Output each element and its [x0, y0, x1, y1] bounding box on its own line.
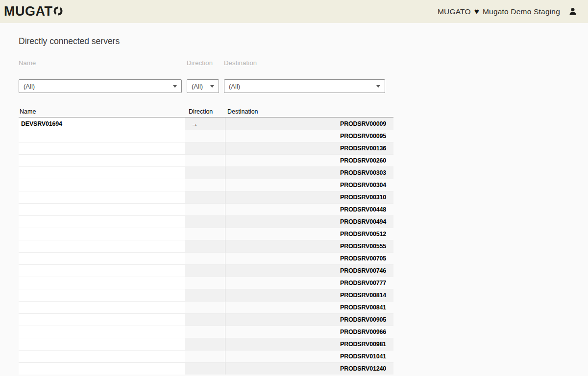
- direction-filter-select[interactable]: (All): [187, 79, 219, 93]
- cell-destination: PRODSRV00705: [225, 252, 393, 264]
- cell-destination: PRODSRV00303: [225, 166, 393, 179]
- cell-destination: PRODSRV00814: [225, 289, 393, 301]
- cell-direction: [185, 130, 225, 142]
- table-row: PRODSRV00448: [19, 203, 393, 215]
- cell-name: [19, 166, 185, 179]
- cell-destination: PRODSRV00777: [225, 277, 393, 289]
- cell-name: [19, 130, 185, 142]
- table-row: PRODSRV00304: [19, 179, 393, 191]
- table-row: PRODSRV00841: [19, 301, 393, 313]
- table-row: PRODSRV00814: [19, 289, 393, 301]
- table-row: PRODSRV01240: [19, 362, 393, 375]
- cell-name: [19, 252, 185, 264]
- cell-destination: PRODSRV00841: [225, 301, 393, 313]
- cell-name: [19, 228, 185, 240]
- app-header: MUGAT MUGATO ♥ Mugato Demo Staging: [0, 0, 588, 23]
- cell-destination: PRODSRV01240: [225, 362, 393, 375]
- table-row: PRODSRV00303: [19, 166, 393, 179]
- table-row: PRODSRV00095: [19, 130, 393, 142]
- cell-name: [19, 338, 185, 350]
- cell-destination: PRODSRV00009: [225, 118, 393, 130]
- table-row: PRODSRV00905: [19, 313, 393, 326]
- cell-direction: [185, 362, 225, 375]
- cell-direction: [185, 215, 225, 228]
- cell-destination: PRODSRV00512: [225, 228, 393, 240]
- cell-name: [19, 362, 185, 375]
- cell-name: [19, 215, 185, 228]
- cell-destination: PRODSRV00448: [225, 203, 393, 215]
- table-row: PRODSRV00310: [19, 191, 393, 203]
- cell-name: [19, 289, 185, 301]
- cell-destination: PRODSRV00746: [225, 264, 393, 277]
- environment-brand: MUGATO: [438, 7, 471, 16]
- destination-filter-select[interactable]: (All): [224, 79, 385, 93]
- cell-destination: PRODSRV00555: [225, 240, 393, 252]
- cell-direction: [185, 350, 225, 362]
- table-row: PRODSRV00746: [19, 264, 393, 277]
- name-filter-select[interactable]: (All): [19, 79, 182, 93]
- table-row: DEVSRV01694 → PRODSRV00009: [19, 118, 393, 130]
- table-body: DEVSRV01694 → PRODSRV00009 PRODSRV00095 …: [19, 118, 393, 375]
- column-header-name: Name: [19, 108, 185, 117]
- column-header-direction: Direction: [185, 108, 225, 117]
- cell-direction: [185, 179, 225, 191]
- cell-name: [19, 191, 185, 203]
- environment-label: MUGATO ♥ Mugato Demo Staging: [438, 7, 560, 16]
- cell-direction: [185, 326, 225, 338]
- column-header-destination: Destination: [225, 108, 393, 117]
- chevron-down-icon: [173, 85, 177, 88]
- cell-direction: [185, 154, 225, 166]
- name-filter-value: (All): [24, 83, 35, 90]
- chevron-down-icon: [210, 85, 214, 88]
- cell-destination: PRODSRV00981: [225, 338, 393, 350]
- cell-name: [19, 203, 185, 215]
- cell-destination: PRODSRV01041: [225, 350, 393, 362]
- cell-name: [19, 264, 185, 277]
- environment-name: Mugato Demo Staging: [483, 7, 560, 16]
- destination-filter-label: Destination: [224, 59, 385, 67]
- cell-name: [19, 142, 185, 154]
- page-title: Directly connected servers: [19, 23, 588, 47]
- cell-name: [19, 240, 185, 252]
- person-icon[interactable]: [567, 6, 578, 17]
- cell-destination: PRODSRV00095: [225, 130, 393, 142]
- cell-destination: PRODSRV00494: [225, 215, 393, 228]
- table-row: PRODSRV00260: [19, 154, 393, 166]
- cell-name: DEVSRV01694: [19, 118, 185, 130]
- destination-filter-value: (All): [229, 83, 240, 90]
- table-row: PRODSRV00494: [19, 215, 393, 228]
- logo-text: MUGAT: [4, 4, 52, 19]
- direction-filter-label: Direction: [187, 59, 219, 67]
- heart-icon: ♥: [474, 7, 479, 16]
- table-row: PRODSRV00705: [19, 252, 393, 264]
- table-row: PRODSRV00966: [19, 326, 393, 338]
- servers-table: Name Direction Destination DEVSRV01694 →…: [19, 108, 393, 375]
- cell-direction: [185, 313, 225, 326]
- cell-direction: [185, 277, 225, 289]
- cell-name: [19, 350, 185, 362]
- table-row: PRODSRV00512: [19, 228, 393, 240]
- cell-name: [19, 313, 185, 326]
- cell-direction: [185, 142, 225, 154]
- cell-direction: [185, 338, 225, 350]
- logo-o-icon: [53, 6, 63, 18]
- filter-bar: Name (All) Direction (All) Destination (…: [19, 59, 588, 93]
- table-row: PRODSRV00136: [19, 142, 393, 154]
- table-row: PRODSRV00981: [19, 338, 393, 350]
- cell-direction: [185, 264, 225, 277]
- table-row: PRODSRV01041: [19, 350, 393, 362]
- cell-destination: PRODSRV00905: [225, 313, 393, 326]
- cell-direction: [185, 289, 225, 301]
- cell-destination: PRODSRV00966: [225, 326, 393, 338]
- table-header: Name Direction Destination: [19, 108, 393, 118]
- table-row: PRODSRV00555: [19, 240, 393, 252]
- cell-destination: PRODSRV00260: [225, 154, 393, 166]
- name-filter-label: Name: [19, 59, 182, 67]
- logo[interactable]: MUGAT: [4, 4, 63, 19]
- cell-name: [19, 277, 185, 289]
- cell-name: [19, 154, 185, 166]
- cell-direction: [185, 301, 225, 313]
- cell-name: [19, 326, 185, 338]
- cell-direction: [185, 203, 225, 215]
- table-row: PRODSRV00777: [19, 277, 393, 289]
